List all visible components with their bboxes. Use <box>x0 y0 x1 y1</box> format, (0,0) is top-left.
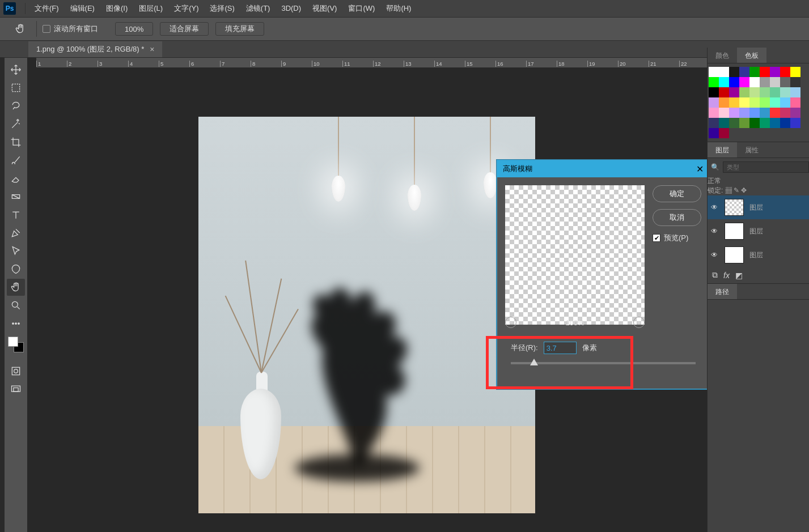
swatch[interactable] <box>739 77 749 87</box>
fit-screen-button[interactable]: 适合屏幕 <box>160 22 209 36</box>
menu-select[interactable]: 选择(S) <box>204 0 240 17</box>
swatch[interactable] <box>709 97 719 108</box>
swatch[interactable] <box>760 97 770 108</box>
swatch[interactable] <box>739 87 749 97</box>
menu-image[interactable]: 图像(I) <box>100 0 133 17</box>
close-tab-icon[interactable]: × <box>150 45 154 54</box>
zoom-out-icon[interactable]: − <box>505 317 516 328</box>
swatch[interactable] <box>719 128 729 138</box>
swatch[interactable] <box>729 87 739 97</box>
shape-tool[interactable] <box>7 261 25 278</box>
marquee-tool[interactable] <box>7 79 25 96</box>
swatch[interactable] <box>760 87 770 97</box>
swatch[interactable] <box>770 67 780 77</box>
type-tool[interactable] <box>7 206 25 223</box>
swatch[interactable] <box>760 108 770 118</box>
link-layers-icon[interactable]: ⧉ <box>712 270 718 280</box>
swatch[interactable] <box>729 97 739 108</box>
swatch[interactable] <box>729 67 739 77</box>
swatch[interactable] <box>760 77 770 87</box>
swatch[interactable] <box>780 67 790 77</box>
swatch[interactable] <box>739 97 749 108</box>
swatch[interactable] <box>790 118 800 128</box>
zoom-in-icon[interactable]: + <box>633 317 645 328</box>
lasso-tool[interactable] <box>7 97 25 114</box>
swatch[interactable] <box>709 77 719 87</box>
swatch[interactable] <box>780 77 790 87</box>
swatch[interactable] <box>749 108 760 118</box>
brush-tool[interactable] <box>7 152 25 169</box>
layer-row[interactable]: 👁图层 <box>708 243 809 267</box>
lock-brush-icon[interactable]: ✎ <box>734 186 739 194</box>
tab-properties[interactable]: 属性 <box>737 142 766 158</box>
swatch[interactable] <box>709 118 719 128</box>
lock-pixels-icon[interactable]: ▦ <box>725 186 732 194</box>
swatch[interactable] <box>790 77 800 87</box>
ok-button[interactable]: 确定 <box>653 185 701 202</box>
menu-view[interactable]: 视图(V) <box>307 0 342 17</box>
preview-checkbox[interactable]: ✔ <box>653 234 660 242</box>
rail-grip-left[interactable] <box>0 58 5 532</box>
swatch[interactable] <box>770 87 780 97</box>
eraser-tool[interactable] <box>7 170 25 187</box>
swatch[interactable] <box>709 87 719 97</box>
dialog-close-icon[interactable]: ✕ <box>696 164 704 175</box>
swatch[interactable] <box>760 118 770 128</box>
swatch[interactable] <box>729 108 739 118</box>
screenmode-tool[interactable] <box>7 381 25 398</box>
swatch[interactable] <box>719 87 729 97</box>
lock-move-icon[interactable]: ✥ <box>741 186 747 194</box>
swatch[interactable] <box>749 97 760 108</box>
swatch[interactable] <box>749 118 760 128</box>
swatch[interactable] <box>719 97 729 108</box>
swatch[interactable] <box>729 77 739 87</box>
layer-row[interactable]: 👁图层 <box>708 195 809 219</box>
quickmask-tool[interactable] <box>7 363 25 380</box>
swatch[interactable] <box>739 108 749 118</box>
radius-slider-track[interactable] <box>511 362 696 364</box>
menu-help[interactable]: 帮助(H) <box>380 0 417 17</box>
swatch[interactable] <box>780 108 790 118</box>
tab-layers[interactable]: 图层 <box>708 142 737 158</box>
tab-swatches[interactable]: 色板 <box>737 48 766 63</box>
swatch[interactable] <box>719 118 729 128</box>
blend-mode-select[interactable]: 正常 <box>708 177 721 185</box>
swatch[interactable] <box>770 108 780 118</box>
magic-wand-tool[interactable] <box>7 116 25 133</box>
dialog-titlebar[interactable]: 高斯模糊 ✕ <box>497 160 709 177</box>
tab-paths[interactable]: 路径 <box>708 284 737 299</box>
swatch[interactable] <box>749 67 760 77</box>
swatch[interactable] <box>719 67 729 77</box>
layer-mask-icon[interactable]: ◩ <box>735 271 743 280</box>
swatch[interactable] <box>729 118 739 128</box>
menu-file[interactable]: 文件(F) <box>29 0 65 17</box>
layer-filter-input[interactable] <box>723 161 809 173</box>
fill-screen-button[interactable]: 填充屏幕 <box>215 22 264 36</box>
swatch[interactable] <box>780 97 790 108</box>
swatch[interactable] <box>749 87 760 97</box>
menu-type[interactable]: 文字(Y) <box>168 0 204 17</box>
swatches-grid[interactable] <box>708 63 809 142</box>
swatch[interactable] <box>719 77 729 87</box>
dialog-preview[interactable] <box>505 185 645 325</box>
crop-tool[interactable] <box>7 134 25 151</box>
swatch[interactable] <box>770 118 780 128</box>
swatch[interactable] <box>790 87 800 97</box>
visibility-icon[interactable]: 👁 <box>710 250 719 259</box>
visibility-icon[interactable]: 👁 <box>710 203 719 212</box>
menu-edit[interactable]: 编辑(E) <box>65 0 100 17</box>
hand-tool-icon[interactable] <box>10 19 31 39</box>
swatch[interactable] <box>749 77 760 87</box>
menu-filter[interactable]: 滤镜(T) <box>240 0 276 17</box>
swatch[interactable] <box>719 108 729 118</box>
tab-color[interactable]: 颜色 <box>708 48 737 63</box>
foreground-background-swatch[interactable] <box>8 337 24 352</box>
swatch[interactable] <box>760 67 770 77</box>
swatch[interactable] <box>739 118 749 128</box>
gradient-tool[interactable] <box>7 188 25 205</box>
swatch[interactable] <box>790 67 800 77</box>
swatch[interactable] <box>739 67 749 77</box>
zoom-tool[interactable] <box>7 297 25 314</box>
hand-tool[interactable] <box>7 279 25 296</box>
menu-3d[interactable]: 3D(D) <box>276 0 307 17</box>
